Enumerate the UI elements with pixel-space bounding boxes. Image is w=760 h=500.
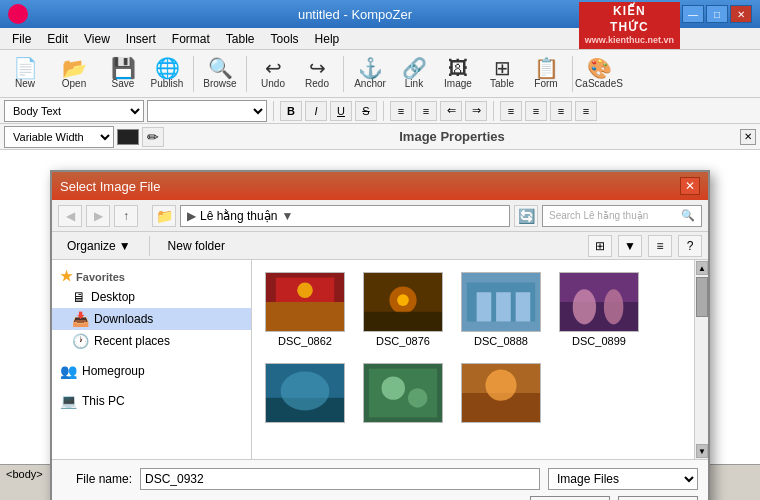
save-icon: 💾 bbox=[111, 58, 136, 78]
format-sep-3 bbox=[493, 101, 494, 121]
image-properties-label: Image Properties bbox=[167, 129, 737, 144]
align-right-button[interactable]: ≡ bbox=[550, 101, 572, 121]
menu-view[interactable]: View bbox=[76, 30, 118, 48]
svg-point-23 bbox=[408, 388, 428, 408]
browse-button[interactable]: 🔍 Browse bbox=[199, 52, 241, 96]
view-list-button[interactable]: ▼ bbox=[618, 235, 642, 257]
refresh-button[interactable]: 🔄 bbox=[514, 205, 538, 227]
nav-bar: ◀ ▶ ↑ 📁 ▶ Lê hằng thuận ▼ 🔄 Search Lê hằ… bbox=[52, 200, 708, 232]
indent-button[interactable]: ⇒ bbox=[465, 101, 487, 121]
new-folder-button[interactable]: New folder bbox=[159, 236, 234, 256]
menu-tools[interactable]: Tools bbox=[263, 30, 307, 48]
underline-button[interactable]: U bbox=[330, 101, 352, 121]
color-swatch[interactable] bbox=[117, 129, 139, 145]
file-browser: ★ Favorites 🖥 Desktop 📥 Downloads 🕐 Rece… bbox=[52, 260, 708, 460]
open-label: Open bbox=[62, 78, 86, 89]
file-item-dsc0888[interactable]: DSC_0888 bbox=[456, 268, 546, 351]
file-name-dsc0862: DSC_0862 bbox=[278, 335, 332, 347]
align-left-button[interactable]: ≡ bbox=[500, 101, 522, 121]
open-button[interactable]: 📂 Open bbox=[48, 52, 100, 96]
file-type-select[interactable]: Image Files bbox=[548, 468, 698, 490]
folder-this-pc[interactable]: 💻 This PC bbox=[52, 390, 251, 412]
publish-button[interactable]: 🌐 Publish bbox=[146, 52, 188, 96]
select-image-dialog: Select Image File ✕ ◀ ▶ ↑ 📁 ▶ Lê hằng th… bbox=[50, 170, 710, 500]
italic-button[interactable]: I bbox=[305, 101, 327, 121]
file-name-dsc0876: DSC_0876 bbox=[376, 335, 430, 347]
ul-button[interactable]: ≡ bbox=[415, 101, 437, 121]
image-props-close[interactable]: ✕ bbox=[740, 129, 756, 145]
anchor-button[interactable]: ⚓ Anchor bbox=[349, 52, 391, 96]
file-item-dsc0899[interactable]: DSC_0899 bbox=[554, 268, 644, 351]
editor-area[interactable]: Select Image File ✕ ◀ ▶ ↑ 📁 ▶ Lê hằng th… bbox=[0, 150, 760, 482]
cascade-label: CaScadeS bbox=[575, 78, 623, 89]
view-details-button[interactable]: ≡ bbox=[648, 235, 672, 257]
file-item-dsc0862[interactable]: DSC_0862 bbox=[260, 268, 350, 351]
menu-format[interactable]: Format bbox=[164, 30, 218, 48]
folder-downloads[interactable]: 📥 Downloads bbox=[52, 308, 251, 330]
save-button[interactable]: 💾 Save bbox=[102, 52, 144, 96]
undo-button[interactable]: ↩ Undo bbox=[252, 52, 294, 96]
form-button[interactable]: 📋 Form bbox=[525, 52, 567, 96]
svg-rect-6 bbox=[364, 312, 442, 332]
scroll-down-arrow[interactable]: ▼ bbox=[696, 444, 708, 458]
forward-button[interactable]: ▶ bbox=[86, 205, 110, 227]
image-button[interactable]: 🖼 Image bbox=[437, 52, 479, 96]
maximize-button[interactable]: □ bbox=[706, 5, 728, 23]
scroll-up-arrow[interactable]: ▲ bbox=[696, 261, 708, 275]
style-select[interactable]: Body Text bbox=[4, 100, 144, 122]
open-button[interactable]: Open bbox=[530, 496, 610, 500]
minimize-button[interactable]: — bbox=[682, 5, 704, 23]
folder-desktop[interactable]: 🖥 Desktop bbox=[52, 286, 251, 308]
width-select[interactable]: Variable Width bbox=[4, 126, 114, 148]
search-icon: 🔍 bbox=[681, 209, 695, 222]
redo-label: Redo bbox=[305, 78, 329, 89]
color-pick-button[interactable]: ✏ bbox=[142, 127, 164, 147]
back-button[interactable]: ◀ bbox=[58, 205, 82, 227]
homegroup-label: Homegroup bbox=[82, 364, 145, 378]
align-justify-button[interactable]: ≡ bbox=[575, 101, 597, 121]
menu-help[interactable]: Help bbox=[307, 30, 348, 48]
organize-button[interactable]: Organize ▼ bbox=[58, 236, 140, 256]
file-item-dsc0921[interactable] bbox=[358, 359, 448, 427]
outdent-button[interactable]: ⇐ bbox=[440, 101, 462, 121]
desktop-icon: 🖥 bbox=[72, 289, 86, 305]
folder-homegroup[interactable]: 👥 Homegroup bbox=[52, 360, 251, 382]
cancel-button[interactable]: Cancel bbox=[618, 496, 698, 500]
thumb-dsc0921 bbox=[363, 363, 443, 423]
bold-button[interactable]: B bbox=[280, 101, 302, 121]
view-mode-button[interactable]: ⊞ bbox=[588, 235, 612, 257]
menu-insert[interactable]: Insert bbox=[118, 30, 164, 48]
svg-point-22 bbox=[382, 376, 405, 399]
image-label: Image bbox=[444, 78, 472, 89]
table-button[interactable]: ⊞ Table bbox=[481, 52, 523, 96]
path-dropdown-arrow: ▼ bbox=[281, 209, 293, 223]
file-item-dsc0930[interactable] bbox=[456, 359, 546, 427]
strikethrough-button[interactable]: S bbox=[355, 101, 377, 121]
font-select[interactable] bbox=[147, 100, 267, 122]
vertical-scrollbar[interactable]: ▲ ▼ bbox=[694, 260, 708, 459]
ol-button[interactable]: ≡ bbox=[390, 101, 412, 121]
search-bar[interactable]: Search Lê hằng thuận 🔍 bbox=[542, 205, 702, 227]
downloads-icon: 📥 bbox=[72, 311, 89, 327]
folder-recent-places[interactable]: 🕐 Recent places bbox=[52, 330, 251, 352]
new-button[interactable]: 📄 New bbox=[4, 52, 46, 96]
menu-table[interactable]: Table bbox=[218, 30, 263, 48]
file-item-dsc0876[interactable]: DSC_0876 bbox=[358, 268, 448, 351]
scroll-thumb[interactable] bbox=[696, 277, 708, 317]
select-dialog-close[interactable]: ✕ bbox=[680, 177, 700, 195]
new-icon: 📄 bbox=[13, 58, 38, 78]
menu-file[interactable]: File bbox=[4, 30, 39, 48]
cascade-button[interactable]: 🎨 CaScadeS bbox=[578, 52, 620, 96]
file-item-dsc0910[interactable] bbox=[260, 359, 350, 427]
link-button[interactable]: 🔗 Link bbox=[393, 52, 435, 96]
up-button[interactable]: ↑ bbox=[114, 205, 138, 227]
location-button[interactable]: 📁 bbox=[152, 205, 176, 227]
toolbar-sep-3 bbox=[343, 56, 344, 92]
form-icon: 📋 bbox=[534, 58, 559, 78]
file-name-field[interactable] bbox=[140, 468, 540, 490]
redo-button[interactable]: ↪ Redo bbox=[296, 52, 338, 96]
align-center-button[interactable]: ≡ bbox=[525, 101, 547, 121]
close-button[interactable]: ✕ bbox=[730, 5, 752, 23]
view-help-button[interactable]: ? bbox=[678, 235, 702, 257]
menu-edit[interactable]: Edit bbox=[39, 30, 76, 48]
